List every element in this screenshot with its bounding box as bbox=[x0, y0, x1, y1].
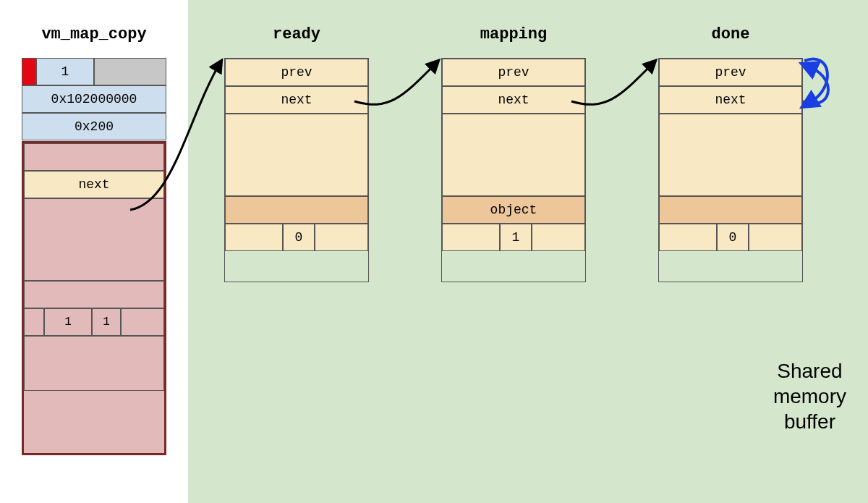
shared-label-line: memory bbox=[773, 384, 846, 409]
vm-map-copy-struct: 1 0x102000000 0x200 bbox=[22, 58, 166, 140]
done-spacer bbox=[659, 114, 802, 196]
vm-red-field bbox=[22, 58, 36, 85]
mapping-flag-left bbox=[442, 224, 500, 251]
done-next-field: next bbox=[659, 86, 802, 114]
mapping-object-field: object bbox=[442, 196, 585, 224]
done-header: done bbox=[658, 25, 803, 43]
vm-offset-field: 0x102000000 bbox=[22, 85, 166, 113]
mapping-flags: 1 bbox=[442, 224, 585, 251]
mapping-flag-value: 1 bbox=[500, 224, 532, 251]
ready-flag-value: 0 bbox=[283, 224, 315, 251]
done-flags: 0 bbox=[659, 224, 802, 251]
ready-header: ready bbox=[224, 25, 369, 43]
vm-entry-prev-empty bbox=[24, 143, 164, 171]
done-flag-right bbox=[749, 224, 802, 251]
vm-entry-bottom-spacer bbox=[24, 336, 164, 391]
done-flag-value: 0 bbox=[717, 224, 749, 251]
ready-flag-right bbox=[315, 224, 368, 251]
done-object-field bbox=[659, 196, 802, 224]
done-flag-left bbox=[659, 224, 717, 251]
ready-object-field bbox=[225, 196, 368, 224]
mapping-header: mapping bbox=[441, 25, 586, 43]
vm-map-copy-header: vm_map_copy bbox=[22, 25, 166, 43]
mapping-spacer bbox=[442, 114, 585, 196]
done-entry-block: prev next 0 bbox=[658, 58, 803, 282]
shared-memory-label: Shared memory buffer bbox=[773, 358, 846, 434]
vm-entry-flag-val2: 1 bbox=[92, 308, 121, 336]
vm-entry-flag-left bbox=[24, 308, 44, 336]
mapping-entry-block: prev next object 1 bbox=[441, 58, 586, 282]
mapping-prev-field: prev bbox=[442, 59, 585, 86]
ready-next-field: next bbox=[225, 86, 368, 114]
mapping-flag-right bbox=[532, 224, 585, 251]
ready-flags: 0 bbox=[225, 224, 368, 251]
vm-size-field: 0x200 bbox=[22, 113, 166, 140]
ready-flag-left bbox=[225, 224, 283, 251]
vm-type-field: 1 bbox=[36, 58, 94, 85]
shared-label-line: Shared bbox=[773, 358, 846, 384]
mapping-next-field: next bbox=[442, 86, 585, 114]
shared-label-line: buffer bbox=[773, 409, 846, 434]
vm-entry-flag-right bbox=[121, 308, 164, 336]
vm-entry-block: next 1 1 bbox=[22, 141, 166, 455]
vm-entry-next-field: next bbox=[24, 171, 164, 198]
ready-entry-block: prev next 0 bbox=[224, 58, 369, 282]
vm-entry-flags: 1 1 bbox=[24, 308, 164, 336]
vm-entry-object-empty bbox=[24, 281, 164, 308]
vm-gray-field bbox=[94, 58, 166, 85]
done-prev-field: prev bbox=[659, 59, 802, 86]
vm-entry-spacer bbox=[24, 198, 164, 281]
ready-prev-field: prev bbox=[225, 59, 368, 86]
vm-entry-flag-val1: 1 bbox=[44, 308, 92, 336]
ready-spacer bbox=[225, 114, 368, 196]
